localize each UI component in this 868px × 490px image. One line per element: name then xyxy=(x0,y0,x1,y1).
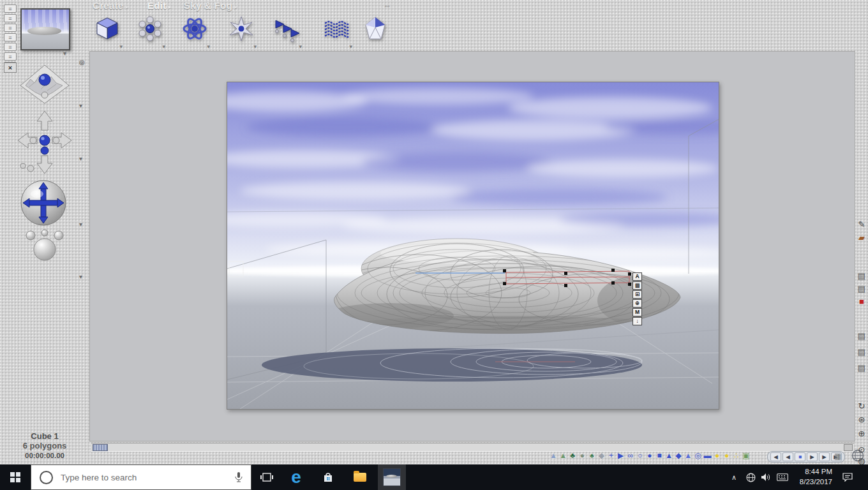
light-object[interactable]: ● xyxy=(713,450,722,461)
grid-options-icon[interactable]: ▦ xyxy=(834,452,841,461)
windows-logo-icon xyxy=(10,472,20,482)
tree-object[interactable]: ♠ xyxy=(587,450,596,461)
materials-crystal-tool[interactable] xyxy=(357,13,393,50)
target-button[interactable]: ⊕ xyxy=(632,299,642,308)
terrain-water-tool[interactable]: ▾ xyxy=(319,13,355,50)
torus-object[interactable]: ◎ xyxy=(693,450,702,461)
nav-first-button[interactable]: ◀ xyxy=(770,452,781,461)
diamond-object[interactable]: ◆ xyxy=(674,450,683,461)
action-center-button[interactable] xyxy=(837,464,858,490)
attributes-button[interactable]: A xyxy=(632,272,642,281)
edit-orbit-tool[interactable]: ▾ xyxy=(177,13,213,50)
sphere-object[interactable]: ● xyxy=(645,450,654,461)
menu-create[interactable]: Create▸ xyxy=(93,0,129,11)
cone-object[interactable]: ▲ xyxy=(664,450,673,461)
chevron-down-icon[interactable]: ▾ xyxy=(162,44,165,50)
palette-tab-3[interactable]: ≡ xyxy=(4,24,17,32)
family-button[interactable]: ▩ xyxy=(632,281,642,290)
pencil-tool[interactable]: ✎ xyxy=(857,219,867,229)
light-cluster-object[interactable]: ∴ xyxy=(732,450,741,461)
file-explorer-button[interactable] xyxy=(346,464,374,490)
bryce-taskbar-button[interactable] xyxy=(378,464,406,490)
palette-tab-1[interactable]: ≡ xyxy=(4,4,17,13)
plane-object[interactable]: ▬ xyxy=(703,450,712,461)
microphone-icon[interactable] xyxy=(234,471,243,484)
nav-next-button[interactable]: ▶ xyxy=(807,452,818,461)
taskbar-search[interactable]: Type here to search xyxy=(31,464,251,490)
spheres-control[interactable] xyxy=(17,227,73,267)
palette-tab-5[interactable]: ≡ xyxy=(4,43,17,51)
color-swatch[interactable]: ■ xyxy=(857,296,867,306)
grid-button[interactable]: ⊞ xyxy=(632,290,642,299)
network-tray-button[interactable] xyxy=(743,464,758,490)
randomize-star-tool[interactable]: ▾ xyxy=(223,13,259,50)
taskbar-clock[interactable]: 8:44 PM 8/23/2017 xyxy=(791,464,832,490)
cube-object[interactable]: ■ xyxy=(655,450,664,461)
store-bag-icon xyxy=(322,471,334,484)
chevron-down-icon[interactable]: ▾ xyxy=(253,44,257,50)
volume-tray-button[interactable] xyxy=(758,464,774,490)
pyramid-object[interactable]: ▲ xyxy=(684,450,692,461)
menu-sky-fog[interactable]: Sky & Fog▸ xyxy=(184,0,237,11)
material-button[interactable]: M xyxy=(632,308,642,316)
rotate-view-tool[interactable]: ↻ xyxy=(857,401,867,411)
palette-tab-6[interactable]: ≡ xyxy=(4,52,17,61)
doc-b-tool[interactable]: ▤ xyxy=(857,346,867,357)
picture-object[interactable]: ▣ xyxy=(742,450,751,461)
target-icon[interactable]: ◎ xyxy=(79,59,85,66)
chevron-down-icon[interactable]: ▾ xyxy=(299,44,302,50)
tray-overflow-button[interactable]: ∧ xyxy=(726,464,742,490)
chevron-down-icon[interactable]: ▾ xyxy=(79,273,82,280)
create-cube-tool[interactable]: ▾ xyxy=(89,13,125,50)
doc-a-tool[interactable]: ▤ xyxy=(857,330,867,341)
align-arrows-tool[interactable]: ▾ xyxy=(269,13,304,50)
scene-viewport[interactable] xyxy=(227,82,719,410)
trees-object[interactable]: ♣ xyxy=(568,450,577,461)
chevron-down-icon[interactable]: ▾ xyxy=(63,50,66,57)
metaball-object[interactable]: ∞ xyxy=(626,450,635,461)
notes-doc-tool[interactable]: ▤ xyxy=(857,283,867,293)
eraser-tool[interactable]: ▰ xyxy=(857,232,867,242)
hill-object[interactable]: ● xyxy=(578,450,587,461)
zoom-view-tool[interactable]: ⊙ xyxy=(857,444,867,454)
chevron-down-icon[interactable]: ▾ xyxy=(207,44,210,50)
store-taskbar-button[interactable] xyxy=(314,464,342,490)
attributes-doc-tool[interactable]: ▤ xyxy=(857,271,867,281)
task-view-button[interactable] xyxy=(253,464,281,490)
green-terrain-object[interactable]: ▲ xyxy=(558,450,567,461)
terrain-preview-control[interactable] xyxy=(18,61,71,110)
ring-object[interactable]: ○ xyxy=(636,450,645,461)
camera-arrows-control[interactable] xyxy=(14,108,75,179)
arrow-object[interactable]: ▶ xyxy=(617,450,625,461)
small-light-object[interactable]: ● xyxy=(722,450,731,461)
selection-popup: A▩⊞⊕M↓ xyxy=(632,272,642,325)
start-button[interactable] xyxy=(0,464,31,490)
chevron-down-icon[interactable]: ▾ xyxy=(79,102,82,109)
dock-resize-handle[interactable]: ⇔ xyxy=(383,1,391,10)
timeline-handle[interactable] xyxy=(93,444,108,451)
nav-current-indicator[interactable]: ■ xyxy=(795,452,805,461)
palette-tab-4[interactable]: ≡ xyxy=(4,33,17,41)
trackball-control[interactable] xyxy=(19,179,68,230)
replicate-spheres-tool[interactable]: ▾ xyxy=(132,13,168,50)
axes-object[interactable]: + xyxy=(607,450,616,461)
keyboard-tray-button[interactable] xyxy=(774,464,791,490)
chevron-down-icon[interactable]: ▾ xyxy=(349,44,352,50)
pan-view-tool[interactable]: ⊕ xyxy=(857,428,867,438)
edge-taskbar-button[interactable]: e xyxy=(282,464,310,490)
chevron-down-icon[interactable]: ▾ xyxy=(79,155,82,162)
palette-tab-2[interactable]: ≡ xyxy=(4,14,17,22)
close-palette-button[interactable]: × xyxy=(4,63,17,73)
render-preview[interactable] xyxy=(20,8,70,50)
doc-c-tool[interactable]: ▤ xyxy=(857,362,867,373)
nav-last-button[interactable]: ▶ xyxy=(819,452,830,461)
orbit-view-tool[interactable]: ⊛ xyxy=(857,414,867,424)
drop-button[interactable]: ↓ xyxy=(632,317,642,325)
mountain-terrain-object[interactable]: ▲ xyxy=(549,450,558,461)
trackball-icon xyxy=(19,179,68,227)
chevron-down-icon[interactable]: ▾ xyxy=(119,44,123,50)
chevron-down-icon[interactable]: ▾ xyxy=(79,221,82,228)
menu-edit[interactable]: Edit▸ xyxy=(147,0,172,11)
rock-object[interactable]: ◆ xyxy=(597,450,606,461)
nav-prev-button[interactable]: ◀ xyxy=(782,452,793,461)
